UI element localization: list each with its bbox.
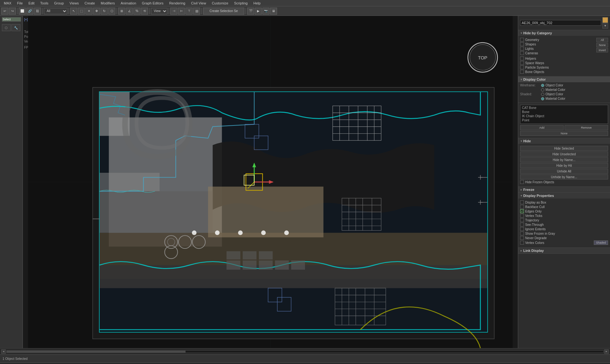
menu-create[interactable]: Create — [82, 1, 98, 6]
display-properties-header[interactable]: ▼ Display Properties — [518, 193, 610, 199]
display-color-header[interactable]: ▼ Display Color — [518, 77, 610, 82]
redo-btn[interactable]: ↪ — [9, 8, 16, 15]
menu-file[interactable]: File — [15, 1, 25, 6]
cameras-checkbox[interactable] — [520, 51, 524, 55]
panel-collapse-icon[interactable]: ▼ — [602, 23, 608, 29]
geometry-checkbox[interactable] — [520, 38, 524, 42]
rotate-btn[interactable]: ↻ — [101, 8, 108, 15]
render-setup-btn[interactable]: 🎬 — [247, 8, 254, 15]
particle-systems-checkbox[interactable] — [520, 65, 524, 69]
freeze-header[interactable]: ► Freeze — [518, 187, 610, 192]
window-cross-btn[interactable]: ✕ — [85, 8, 92, 15]
create-geo-icon[interactable]: ⬡ — [2, 24, 11, 31]
selection-filter-dropdown[interactable]: All Geometry Shapes — [44, 8, 67, 14]
hide-selected-btn[interactable]: Hide Selected — [520, 146, 608, 151]
unlink-btn[interactable]: ⛓ — [34, 8, 41, 15]
hide-by-name-btn[interactable]: Hide by Name... — [520, 157, 608, 162]
region-select-btn[interactable]: ⬚ — [78, 8, 85, 15]
percent-snap-btn[interactable]: % — [133, 8, 140, 15]
display-as-box-checkbox[interactable] — [520, 200, 524, 204]
render-prod-btn[interactable]: 🖥 — [270, 8, 277, 15]
render-frame-btn[interactable]: 📷 — [262, 8, 269, 15]
ignore-extents-checkbox[interactable] — [520, 227, 524, 231]
spacewarps-checkbox[interactable] — [520, 61, 524, 65]
shaded-material-color-radio[interactable] — [541, 97, 544, 100]
bone-objects-checkbox[interactable] — [520, 70, 524, 74]
vertex-colors-checkbox[interactable] — [520, 241, 524, 245]
trajectory-checkbox[interactable] — [520, 218, 524, 222]
hide-header[interactable]: ▼ Hide — [518, 138, 610, 144]
layer-mgr-btn[interactable]: ▤ — [193, 8, 200, 15]
shapes-checkbox[interactable] — [520, 42, 524, 46]
ik-chain-object[interactable]: IK Chain Object — [521, 114, 607, 118]
select-obj-btn[interactable]: ⬜ — [19, 8, 26, 15]
shaded-object-color-radio[interactable] — [541, 93, 544, 96]
color-swatch-icon[interactable]: □ — [602, 17, 608, 23]
align-btn[interactable]: ⊢ — [178, 8, 185, 15]
unhide-by-name-btn[interactable]: Unhide by Name... — [520, 174, 608, 179]
menu-customize[interactable]: Customize — [209, 1, 231, 6]
tool-row-1: ⬡ 🔧 — [2, 24, 21, 31]
hide-unselected-btn[interactable]: Hide Unselected — [520, 152, 608, 157]
all-btn[interactable]: All — [596, 38, 608, 42]
menu-rendering[interactable]: Rendering — [166, 1, 188, 6]
menu-tools[interactable]: Tools — [38, 1, 51, 6]
show-frozen-in-gray-checkbox[interactable] — [520, 232, 524, 235]
scale-btn[interactable]: ⬡ — [108, 8, 115, 15]
scene-viewport[interactable]: TOP — [23, 16, 518, 348]
menu-animation[interactable]: Animation — [118, 1, 139, 6]
ik-list[interactable]: CAT Bone Bone IK Chain Object Point — [520, 105, 608, 124]
menu-max[interactable]: MAX — [1, 1, 14, 6]
move-btn[interactable]: ✥ — [93, 8, 100, 15]
scroll-track[interactable] — [6, 350, 604, 353]
angle-snap-btn[interactable]: ∠ — [126, 8, 133, 15]
edges-only-checkbox[interactable]: ✓ — [520, 209, 524, 213]
none-btn[interactable]: None — [596, 43, 608, 47]
menu-views[interactable]: Views — [67, 1, 81, 6]
named-selection-btn[interactable]: Create Selection Se — [203, 8, 244, 15]
see-through-checkbox[interactable] — [520, 223, 524, 226]
link-btn[interactable]: 🔗 — [26, 8, 33, 15]
vertex-ticks-checkbox[interactable] — [520, 214, 524, 218]
never-degrade-checkbox[interactable] — [520, 236, 524, 240]
object-name-input[interactable] — [520, 20, 601, 26]
select-tool[interactable]: Select — [2, 17, 21, 22]
view-dropdown[interactable]: View — [151, 8, 167, 14]
ik-add-btn[interactable]: Add — [520, 125, 564, 130]
menu-group[interactable]: Group — [51, 1, 66, 6]
wireframe-material-color-radio[interactable] — [541, 88, 544, 91]
scroll-left-btn[interactable]: ◄ — [1, 349, 6, 354]
ik-bone[interactable]: Bone — [521, 110, 607, 114]
wireframe-object-color-radio[interactable] — [541, 84, 544, 87]
menu-scripting[interactable]: Scripting — [232, 1, 250, 6]
ik-point[interactable]: Point — [521, 118, 607, 122]
menu-graph-editors[interactable]: Graph Editors — [139, 1, 166, 6]
snap-toggle-btn[interactable]: ⊞ — [118, 8, 125, 15]
ik-cat-bone[interactable]: CAT Bone — [521, 106, 607, 110]
viewport-area[interactable]: [+] [Top] | Shaded + Edged Faces Total A… — [23, 16, 518, 348]
menu-modifiers[interactable]: Modifiers — [98, 1, 118, 6]
mirror-btn[interactable]: ⊣ — [170, 8, 177, 15]
menu-civil-view[interactable]: Civil View — [188, 1, 208, 6]
vertex-colors-shaded-btn[interactable]: Shaded — [594, 240, 608, 245]
ik-remove-btn[interactable]: Remove — [565, 125, 608, 130]
scroll-right-btn[interactable]: ► — [604, 349, 609, 354]
link-display-header[interactable]: ► Link Display — [518, 248, 610, 253]
unhide-all-btn[interactable]: Unhide All — [520, 169, 608, 174]
modify-icon[interactable]: 🔧 — [11, 24, 20, 31]
invert-btn[interactable]: Invert — [596, 48, 608, 52]
hide-by-hit-btn[interactable]: Hide by Hit — [520, 163, 608, 168]
align-view-btn[interactable]: ⊤ — [186, 8, 193, 15]
select-btn[interactable]: ↖ — [70, 8, 77, 15]
ik-none-btn[interactable]: None — [520, 131, 608, 136]
hide-frozen-checkbox[interactable] — [520, 180, 524, 184]
spinner-snap-btn[interactable]: ⟲ — [141, 8, 148, 15]
undo-btn[interactable]: ↩ — [1, 8, 8, 15]
lights-checkbox[interactable] — [520, 47, 524, 51]
menu-help[interactable]: Help — [251, 1, 263, 6]
menu-edit[interactable]: Edit — [26, 1, 37, 6]
backface-cull-checkbox[interactable] — [520, 205, 524, 209]
hide-by-category-header[interactable]: ▼ Hide by Category — [518, 30, 610, 36]
render-btn[interactable]: ▶ — [255, 8, 262, 15]
helpers-checkbox[interactable] — [520, 57, 524, 60]
